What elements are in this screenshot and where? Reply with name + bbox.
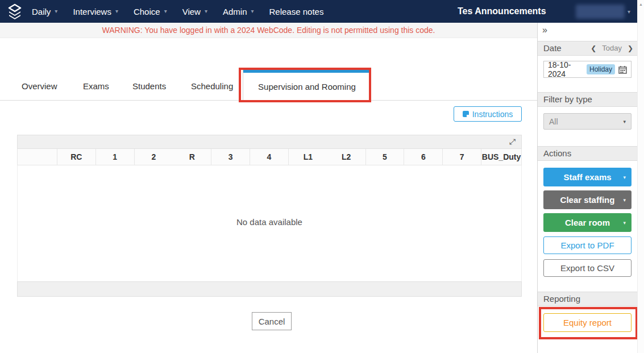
nav-item-label: Admin bbox=[223, 7, 247, 16]
table-body: No data available bbox=[17, 165, 522, 281]
top-navbar: Daily ▾ Interviews ▾ Choice ▾ View ▾ Adm… bbox=[0, 0, 644, 23]
calendar-icon[interactable] bbox=[618, 65, 627, 74]
equity-report-button[interactable]: Equity report bbox=[543, 313, 631, 332]
tab-exams[interactable]: Exams bbox=[83, 81, 109, 91]
export-pdf-button[interactable]: Export to PDF bbox=[543, 236, 631, 254]
chevron-down-icon[interactable]: ▾ bbox=[623, 220, 626, 226]
section-header-actions: Actions bbox=[538, 146, 638, 161]
right-sidebar: » Date ❮ Today ❯ 18-10-2024 Holiday bbox=[537, 23, 637, 353]
nav-item-label: Daily bbox=[32, 7, 51, 16]
column-header-rc: RC bbox=[57, 149, 96, 165]
export-csv-button[interactable]: Export to CSV bbox=[543, 259, 631, 277]
column-header-4: 4 bbox=[250, 149, 289, 165]
supervision-table: ⤢ RC 1 2 R 3 4 L1 L2 5 6 7 BUS_Duty No d… bbox=[17, 135, 522, 297]
date-input[interactable]: 18-10-2024 Holiday bbox=[543, 61, 631, 78]
chevron-down-icon: ▾ bbox=[623, 119, 626, 124]
type-filter-select[interactable]: All ▾ bbox=[543, 113, 631, 130]
expand-icon[interactable]: ⤢ bbox=[509, 137, 516, 147]
column-header-5: 5 bbox=[366, 149, 405, 165]
tes-announcements-label[interactable]: Tes Announcements bbox=[458, 6, 546, 16]
column-header-6: 6 bbox=[404, 149, 443, 165]
nav-item-view[interactable]: View ▾ bbox=[182, 7, 207, 16]
nav-item-release-notes[interactable]: Release notes bbox=[269, 7, 324, 16]
user-menu-redacted[interactable] bbox=[576, 5, 625, 19]
clear-staffing-button[interactable]: Clear staffing ▾ bbox=[543, 190, 631, 209]
nav-item-label: View bbox=[182, 7, 201, 16]
date-section-title: Date bbox=[543, 43, 562, 53]
chevron-down-icon: ▾ bbox=[205, 9, 207, 14]
reporting-section-title: Reporting bbox=[543, 294, 580, 304]
column-header-7: 7 bbox=[443, 149, 481, 165]
chevron-down-icon[interactable]: ▾ bbox=[623, 175, 626, 180]
column-header-1: 1 bbox=[96, 149, 135, 165]
navbar-menu: Daily ▾ Interviews ▾ Choice ▾ View ▾ Adm… bbox=[32, 7, 323, 16]
today-button[interactable]: Today bbox=[602, 41, 622, 55]
active-tab-indicator bbox=[243, 70, 371, 73]
section-header-reporting: Reporting bbox=[538, 292, 638, 306]
instructions-label: Instructions bbox=[472, 110, 513, 119]
nav-item-label: Choice bbox=[134, 7, 160, 16]
nav-item-label: Interviews bbox=[73, 7, 111, 16]
nav-item-admin[interactable]: Admin ▾ bbox=[223, 7, 254, 16]
empty-state-message: No data available bbox=[236, 217, 302, 227]
column-header-l2: L2 bbox=[327, 149, 366, 165]
actions-section-title: Actions bbox=[543, 148, 571, 158]
webcode-warning-banner: WARNING: You have logged in with a 2024 … bbox=[0, 23, 537, 38]
table-toolbar: ⤢ bbox=[17, 135, 522, 149]
column-header-2: 2 bbox=[135, 149, 173, 165]
nav-item-label: Release notes bbox=[269, 7, 324, 16]
nav-item-choice[interactable]: Choice ▾ bbox=[134, 7, 167, 16]
date-navigation: ❮ Today ❯ bbox=[591, 41, 633, 55]
tab-overview[interactable]: Overview bbox=[22, 81, 57, 91]
scroll-up-icon[interactable]: ▲ bbox=[639, 2, 643, 6]
previous-day-icon[interactable]: ❮ bbox=[591, 41, 596, 55]
date-value: 18-10-2024 bbox=[548, 60, 583, 78]
chevron-down-icon: ▾ bbox=[164, 9, 167, 14]
tab-supervision-and-rooming[interactable]: Supervision and Rooming bbox=[243, 69, 371, 101]
chevron-down-icon[interactable]: ▾ bbox=[628, 9, 630, 15]
tab-students[interactable]: Students bbox=[132, 81, 166, 91]
column-header bbox=[18, 149, 57, 165]
next-day-icon[interactable]: ❯ bbox=[628, 41, 633, 55]
column-header-r: R bbox=[173, 149, 211, 165]
tes-logo-icon bbox=[7, 3, 23, 19]
chevron-down-icon: ▾ bbox=[55, 9, 57, 14]
clear-room-button[interactable]: Clear room ▾ bbox=[543, 213, 631, 232]
collapse-sidebar-icon[interactable]: » bbox=[542, 25, 547, 35]
cancel-button[interactable]: Cancel bbox=[252, 312, 292, 330]
column-header-bus-duty: BUS_Duty bbox=[481, 149, 521, 165]
section-header-date: Date ❮ Today ❯ bbox=[538, 41, 638, 56]
chevron-down-icon[interactable]: ▾ bbox=[623, 197, 626, 203]
instructions-icon bbox=[463, 111, 469, 117]
clear-room-label: Clear room bbox=[565, 218, 610, 227]
table-footer bbox=[17, 281, 522, 297]
chevron-down-icon: ▾ bbox=[115, 9, 118, 14]
tab-label: Supervision and Rooming bbox=[243, 82, 371, 92]
table-header-row: RC 1 2 R 3 4 L1 L2 5 6 7 BUS_Duty bbox=[17, 149, 522, 165]
clear-staffing-label: Clear staffing bbox=[560, 195, 615, 205]
filter-section-title: Filter by type bbox=[543, 94, 592, 104]
staff-exams-button[interactable]: Staff exams ▾ bbox=[543, 168, 631, 186]
column-header-l1: L1 bbox=[289, 149, 327, 165]
selected-filter-value: All bbox=[549, 117, 558, 126]
column-header-3: 3 bbox=[211, 149, 250, 165]
section-header-filter: Filter by type bbox=[538, 92, 638, 107]
vertical-scrollbar[interactable]: ▲ bbox=[637, 0, 644, 353]
nav-item-daily[interactable]: Daily ▾ bbox=[32, 7, 57, 16]
tab-scheduling[interactable]: Scheduling bbox=[191, 81, 233, 91]
instructions-button[interactable]: Instructions bbox=[454, 106, 522, 122]
nav-item-interviews[interactable]: Interviews ▾ bbox=[73, 7, 118, 16]
holiday-badge: Holiday bbox=[587, 64, 615, 74]
staff-exams-label: Staff exams bbox=[563, 172, 611, 182]
chevron-down-icon: ▾ bbox=[251, 9, 254, 14]
